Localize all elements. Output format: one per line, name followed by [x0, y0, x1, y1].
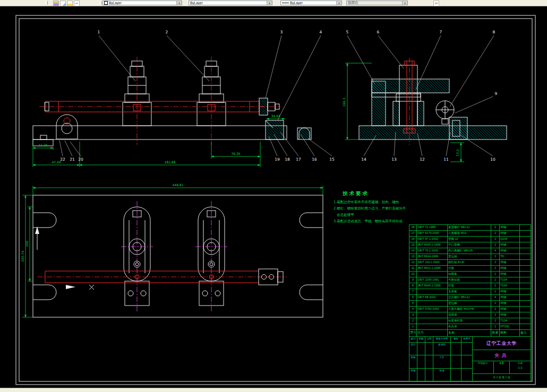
chevron-down-icon[interactable]: ▾	[176, 1, 182, 5]
bom-cell-name: 圆柱销 8×30	[448, 260, 491, 265]
title-block-cell: 年月日	[461, 337, 472, 342]
bom-cell-material: 45钢	[500, 231, 520, 236]
bom-cell-name: 夹具体	[448, 324, 491, 329]
bom-row: 17 GB/T 6170-2000 六角螺母 M10 2 45钢	[409, 231, 531, 237]
bom-cell-qty: 1	[491, 272, 500, 277]
layer-states-icon[interactable]	[60, 1, 66, 6]
color-value: ByLayer	[109, 1, 176, 5]
bom-cell-code: JB/T 8045.1-1999	[417, 242, 448, 248]
dimension-text: 47.04	[52, 160, 61, 164]
lineweight-value: ByLayer	[290, 1, 336, 5]
title-block-cell: 标记	[409, 337, 417, 342]
toolbar-grip[interactable]	[100, 1, 102, 5]
mass-cell: 质量	[494, 361, 510, 373]
dimension-text: 76.35	[231, 152, 240, 155]
bom-cell-code: GB/T 71-1985	[417, 225, 448, 230]
title-block-cell: 校核	[409, 355, 417, 368]
bom-cell-no: 8	[409, 283, 417, 289]
technical-requirements: 技术要求 1.装配过程中零件不得有磕碰、划伤、碰伤 2.螺钉、螺栓紧固时用力适当…	[334, 190, 406, 223]
bom-cell-material: T10A	[500, 277, 520, 283]
bom-cell-no: 18	[409, 225, 417, 230]
bom-cell-note	[520, 260, 531, 265]
bom-cell-name: 开口垫圈	[448, 242, 491, 248]
linetype-combobox[interactable]: ByLayer ▾	[189, 1, 272, 5]
bom-cell-no: 17	[409, 231, 417, 236]
bom-cell-qty: 2	[491, 266, 500, 271]
lineweight-combobox[interactable]: ByLayer ▾	[280, 1, 342, 5]
title-block-cell	[461, 355, 472, 368]
bom-cell-code	[417, 289, 448, 294]
chevron-down-icon[interactable]: ▾	[336, 1, 341, 5]
title-block: 标记 处数 分区 更改文件号 签名 年月日 设计 标准化 校核	[409, 336, 531, 381]
bom-cell-material: T10A	[500, 283, 520, 289]
layer-manager-icon[interactable]	[53, 1, 59, 6]
bom-cell-qty: 4	[491, 248, 500, 254]
bom-cell-note	[520, 277, 531, 283]
bom-row: 15 JB/T 8045.1-1999 开口垫圈 2 45钢	[409, 242, 531, 248]
application-window: ↩ ByLayer ▾ ByLayer ▾ ByLayer ▾ 随颜色 ▾ ▭	[0, 0, 547, 392]
bom-cell-note	[520, 307, 531, 312]
drawing-title: 夹具	[473, 350, 531, 361]
dimension-text: 166.3	[342, 98, 346, 107]
bom-cell-code: GB/T 68-2000	[417, 295, 448, 300]
model-space-canvas[interactable]: 11.25 47.04 182.88 76.35 34.93	[0, 6, 547, 388]
bom-row: 6 GB/T 68-2000 沉头螺钉 M5×12 4 35钢	[409, 295, 531, 301]
bom-cell-qty: 2	[491, 277, 500, 283]
callout-number: 15	[329, 157, 335, 162]
callout-number: 17	[296, 157, 301, 162]
bom-cell-code: GB/T 6170-2000	[417, 231, 448, 236]
title-block-cell	[425, 355, 433, 368]
layer-previous-icon[interactable]: ↩	[74, 1, 80, 6]
bom-cell-name: 可换钻套	[448, 277, 491, 283]
dimension-text: 182.88	[165, 160, 176, 164]
bom-cell-note	[520, 289, 531, 294]
callout-number: 1	[98, 30, 100, 34]
bom-cell-no: 7	[409, 289, 417, 294]
bom-cell-note	[520, 242, 531, 248]
bom-cell-no: 4	[409, 307, 417, 312]
callout-number: 18	[285, 157, 290, 162]
callout-number: 9	[495, 91, 498, 96]
bom-cell-no: 13	[409, 254, 417, 259]
bom-row: 2 钻套用衬套 2 T10A	[409, 318, 531, 324]
title-block-cell: 工艺	[433, 355, 451, 368]
bom-cell-material: 35钢	[500, 225, 520, 230]
title-block-cell	[461, 369, 472, 381]
title-block-cell	[417, 343, 425, 355]
bom-cell-note	[520, 231, 531, 236]
bom-cell-name: 定位销	[448, 254, 491, 259]
bom-cell-code: GB/T 97.1-2002	[417, 237, 448, 242]
bom-cell-qty: 2	[491, 254, 500, 259]
title-block-cell	[417, 369, 425, 381]
bom-cell-qty: 2	[491, 307, 500, 312]
tech-req-line: 3.装配后运动灵活、平稳、螺栓头部不得松动	[334, 219, 403, 223]
bom-cell-no: 6	[409, 295, 417, 300]
bom-cell-name: 沉头螺钉 M5×12	[448, 295, 491, 300]
callout-number: 16	[312, 157, 317, 162]
bom-cell-code	[417, 312, 448, 318]
bom-cell-material: 45钢	[500, 312, 520, 318]
bom-cell-note	[520, 248, 531, 254]
properties-icon[interactable]: ▭	[433, 1, 439, 6]
toolbar-grip[interactable]	[46, 1, 48, 5]
bom-cell-material: T8	[500, 254, 520, 259]
plot-style-combobox[interactable]: 随颜色 ▾	[346, 1, 408, 5]
callout-number: 11	[443, 157, 449, 162]
side-view	[359, 58, 507, 145]
bom-cell-name: 紧定螺钉 M6×12	[448, 225, 491, 230]
title-block-cell: 标准化	[433, 343, 451, 355]
tech-req-title: 技术要求	[342, 190, 369, 196]
chevron-down-icon[interactable]: ▾	[267, 1, 272, 5]
callout-number: 4	[320, 30, 322, 34]
bom-cell-qty: 2	[491, 318, 500, 324]
chevron-down-icon[interactable]: ▾	[402, 1, 407, 5]
title-block-cell: 分区	[425, 337, 433, 342]
callout-number: 3	[280, 30, 283, 34]
title-block-cell: 签名	[451, 337, 461, 342]
layer-color-combobox[interactable]: ByLayer ▾	[102, 1, 182, 5]
make-current-icon[interactable]	[67, 1, 73, 6]
bom-row: 14 GB/T 70.1-2000 内六角螺钉 M8×25 4 45钢	[409, 248, 531, 254]
scale-label: 比例	[510, 362, 531, 365]
bom-cell-name: 压板	[448, 266, 491, 271]
bom-cell-code: JB/T 8044-1999	[417, 254, 448, 259]
